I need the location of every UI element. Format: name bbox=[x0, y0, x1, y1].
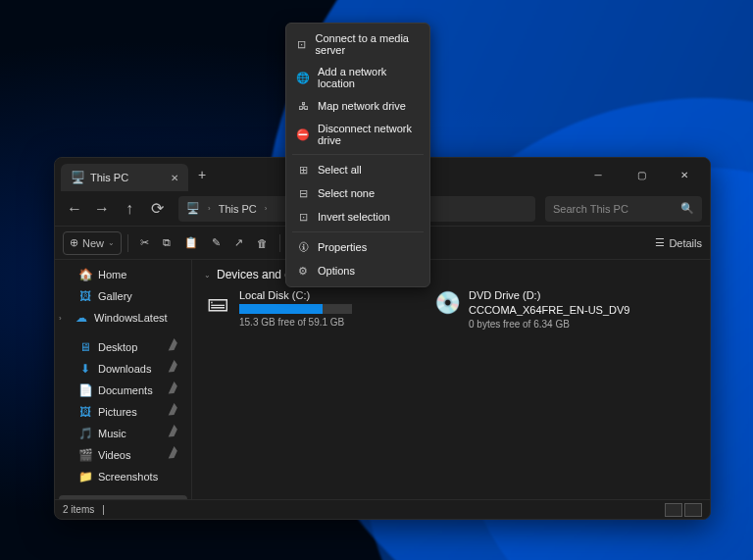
drive-subtitle: CCCOMA_X64FRE_EN-US_DV9 bbox=[469, 304, 639, 316]
menu-select-none[interactable]: ⊟Select none bbox=[286, 181, 429, 205]
dvd-icon: 💿 bbox=[433, 289, 461, 317]
menu-invert-selection[interactable]: ⊡Invert selection bbox=[286, 205, 429, 229]
sidebar-item-pictures[interactable]: 🖼Pictures bbox=[55, 401, 191, 423]
share-button[interactable]: ↗ bbox=[228, 231, 249, 255]
menu-connect-media-server[interactable]: ⊡Connect to a media server bbox=[286, 27, 429, 61]
menu-disconnect-network-drive[interactable]: ⛔Disconnect network drive bbox=[286, 118, 429, 151]
forward-button[interactable]: → bbox=[90, 197, 114, 221]
sidebar-item-windowslatest[interactable]: ›☁WindowsLatest bbox=[55, 307, 191, 329]
sidebar-item-gallery[interactable]: 🖼Gallery bbox=[55, 285, 191, 307]
details-button[interactable]: ☰Details bbox=[655, 236, 702, 249]
chevron-down-icon: ⌄ bbox=[204, 271, 211, 280]
menu-options[interactable]: ⚙Options bbox=[286, 259, 429, 282]
sidebar-item-videos[interactable]: 🎬Videos bbox=[55, 444, 191, 466]
invert-icon: ⊡ bbox=[296, 210, 310, 224]
properties-icon: 🛈 bbox=[296, 240, 310, 254]
select-none-icon: ⊟ bbox=[296, 186, 310, 200]
view-list-button[interactable] bbox=[665, 503, 682, 517]
menu-map-network-drive[interactable]: 🖧Map network drive bbox=[286, 94, 429, 118]
network-location-icon: 🌐 bbox=[296, 71, 310, 84]
tab-title: This PC bbox=[90, 172, 128, 183]
sidebar-item-documents[interactable]: 📄Documents bbox=[55, 380, 191, 401]
drive-local-c[interactable]: 🖴 Local Disk (C:) 15.3 GB free of 59.1 G… bbox=[204, 289, 410, 330]
menu-select-all[interactable]: ⊞Select all bbox=[286, 158, 429, 181]
sidebar-item-downloads[interactable]: ⬇Downloads bbox=[55, 358, 191, 380]
close-tab-icon[interactable]: ✕ bbox=[171, 173, 178, 183]
drives-list: 🖴 Local Disk (C:) 15.3 GB free of 59.1 G… bbox=[204, 289, 698, 330]
media-server-icon: ⊡ bbox=[296, 37, 308, 51]
options-icon: ⚙ bbox=[296, 264, 310, 278]
monitor-icon: 🖥️ bbox=[186, 202, 200, 215]
search-input[interactable]: Search This PC 🔍 bbox=[545, 196, 702, 222]
sidebar-item-screenshots[interactable]: 📁Screenshots bbox=[55, 466, 191, 487]
new-button[interactable]: ⊕New⌄ bbox=[63, 231, 122, 255]
drive-name: Local Disk (C:) bbox=[239, 289, 410, 301]
maximize-button[interactable]: ▢ bbox=[620, 160, 663, 189]
context-menu: ⊡Connect to a media server 🌐Add a networ… bbox=[285, 23, 430, 287]
view-grid-button[interactable] bbox=[684, 503, 702, 517]
new-tab-button[interactable]: + bbox=[198, 167, 206, 182]
sidebar-item-home[interactable]: 🏠Home bbox=[55, 264, 191, 285]
drive-name: DVD Drive (D:) bbox=[469, 289, 639, 301]
drive-free-text: 15.3 GB free of 59.1 GB bbox=[239, 317, 410, 328]
main-pane: ⌄ Devices and drives 🖴 Local Disk (C:) 1… bbox=[192, 260, 710, 499]
monitor-icon: 🖥️ bbox=[71, 171, 84, 184]
network-drive-icon: 🖧 bbox=[296, 99, 310, 113]
statusbar: 2 items | bbox=[55, 499, 710, 519]
copy-button[interactable]: ⧉ bbox=[157, 231, 176, 255]
content: 🏠Home 🖼Gallery ›☁WindowsLatest 🖥Desktop … bbox=[55, 260, 710, 499]
sidebar: 🏠Home 🖼Gallery ›☁WindowsLatest 🖥Desktop … bbox=[55, 260, 192, 499]
tab-thispc[interactable]: 🖥️ This PC ✕ bbox=[61, 164, 188, 191]
drive-dvd-d[interactable]: 💿 DVD Drive (D:) CCCOMA_X64FRE_EN-US_DV9… bbox=[433, 289, 639, 330]
select-all-icon: ⊞ bbox=[296, 163, 310, 177]
back-button[interactable]: ← bbox=[63, 197, 86, 221]
cut-button[interactable]: ✂ bbox=[134, 231, 155, 255]
window-controls: ─ ▢ ✕ bbox=[577, 160, 706, 189]
menu-add-network-location[interactable]: 🌐Add a network location bbox=[286, 61, 429, 94]
item-count: 2 items bbox=[63, 504, 94, 515]
search-icon: 🔍 bbox=[680, 202, 694, 215]
drive-usage-bar bbox=[239, 304, 352, 314]
search-placeholder: Search This PC bbox=[553, 203, 675, 215]
minimize-button[interactable]: ─ bbox=[577, 160, 620, 189]
paste-button[interactable]: 📋 bbox=[178, 231, 204, 255]
delete-button[interactable]: 🗑 bbox=[251, 231, 274, 255]
close-button[interactable]: ✕ bbox=[663, 160, 706, 189]
rename-button[interactable]: ✎ bbox=[206, 231, 226, 255]
refresh-button[interactable]: ⟳ bbox=[145, 197, 169, 221]
menu-properties[interactable]: 🛈Properties bbox=[286, 235, 429, 259]
drive-icon: 🖴 bbox=[204, 289, 231, 317]
group-header[interactable]: ⌄ Devices and drives bbox=[204, 268, 698, 281]
chevron-icon: › bbox=[208, 204, 211, 213]
breadcrumb-thispc[interactable]: This PC bbox=[219, 203, 257, 215]
disconnect-icon: ⛔ bbox=[296, 127, 310, 141]
up-button[interactable]: ↑ bbox=[118, 197, 141, 221]
drive-free-text: 0 bytes free of 6.34 GB bbox=[469, 319, 639, 330]
chevron-icon: › bbox=[265, 204, 268, 213]
sidebar-item-thispc[interactable]: ›🖥This PC bbox=[59, 495, 187, 499]
sidebar-item-desktop[interactable]: 🖥Desktop bbox=[55, 336, 191, 358]
sidebar-item-music[interactable]: 🎵Music bbox=[55, 423, 191, 444]
